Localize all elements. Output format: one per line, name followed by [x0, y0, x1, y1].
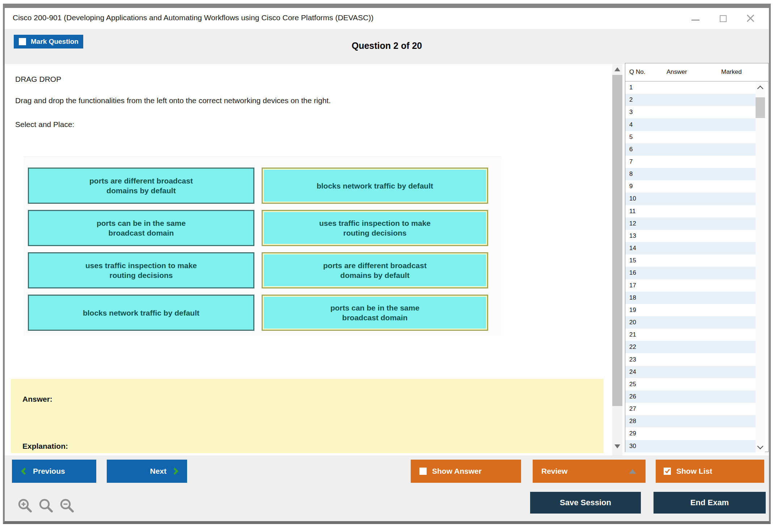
question-list-row[interactable]: 9 — [625, 180, 756, 193]
zoom-controls — [17, 498, 76, 515]
drop-target-box[interactable]: ports are different broadcast domains by… — [262, 252, 488, 288]
question-number: 12 — [629, 220, 636, 227]
question-list-row[interactable]: 21 — [625, 329, 756, 341]
question-list-row[interactable]: 8 — [625, 168, 756, 180]
show-list-button[interactable]: Show List — [656, 460, 764, 483]
next-button[interactable]: Next — [107, 460, 187, 483]
question-list-scrollbar[interactable] — [756, 81, 765, 452]
save-session-label: Save Session — [560, 498, 611, 507]
question-list-row[interactable]: 29 — [625, 427, 756, 440]
close-icon — [746, 14, 755, 23]
show-list-checkbox[interactable] — [664, 468, 671, 475]
question-list-row[interactable]: 30 — [625, 440, 756, 452]
drop-target-box[interactable]: uses traffic inspection to make routing … — [262, 210, 488, 246]
drag-source-box[interactable]: uses traffic inspection to make routing … — [28, 252, 254, 288]
content-scrollbar[interactable] — [612, 64, 622, 456]
question-list-scrollbar-thumb[interactable] — [756, 97, 765, 118]
question-list-row[interactable]: 3 — [625, 106, 756, 118]
question-number: 9 — [629, 183, 633, 190]
zoom-out-icon[interactable] — [59, 498, 76, 515]
question-number: 30 — [629, 443, 636, 450]
zoom-in-icon[interactable] — [17, 498, 34, 515]
window-title: Cisco 200-901 (Developing Applications a… — [13, 13, 373, 22]
question-number: 4 — [629, 121, 633, 128]
question-list-row[interactable]: 26 — [625, 390, 756, 403]
question-number: 11 — [629, 208, 636, 215]
question-list-row[interactable]: 15 — [625, 254, 756, 267]
question-list-row[interactable]: 1 — [625, 81, 756, 94]
select-and-place-label: Select and Place: — [15, 120, 74, 129]
drop-target-box[interactable]: ports can be in the same broadcast domai… — [262, 295, 488, 331]
question-number: 21 — [629, 331, 636, 338]
drop-target-column: blocks network traffic by default uses t… — [262, 168, 488, 331]
previous-button[interactable]: Previous — [12, 460, 96, 483]
question-list-row[interactable]: 10 — [625, 193, 756, 205]
question-number: 10 — [629, 195, 636, 202]
question-list-row[interactable]: 18 — [625, 292, 756, 304]
scroll-up-icon[interactable] — [614, 67, 620, 71]
question-instruction: Drag and drop the functionalities from t… — [15, 96, 331, 105]
check-icon — [665, 468, 670, 473]
question-list-row[interactable]: 2 — [625, 94, 756, 106]
show-answer-checkbox[interactable] — [419, 468, 427, 475]
question-list-row[interactable]: 17 — [625, 279, 756, 292]
answer-panel: Answer: Explanation: — [11, 379, 604, 453]
drag-source-box[interactable]: blocks network traffic by default — [28, 295, 254, 331]
scroll-up-icon[interactable] — [757, 86, 764, 92]
drag-source-label: blocks network traffic by default — [83, 308, 199, 318]
question-list-row[interactable]: 13 — [625, 230, 756, 242]
scroll-down-icon[interactable] — [757, 443, 764, 449]
question-list-row[interactable]: 20 — [625, 316, 756, 329]
question-number: 2 — [629, 96, 633, 104]
question-number: 29 — [629, 430, 636, 437]
chevron-left-icon — [21, 468, 28, 475]
question-list: 1 2 3 4 5 6 7 8 9 10 — [625, 81, 756, 452]
question-number: 20 — [629, 319, 636, 326]
question-list-row[interactable]: 11 — [625, 205, 756, 218]
question-list-row[interactable]: 7 — [625, 156, 756, 168]
question-list-row[interactable]: 19 — [625, 304, 756, 316]
question-list-row[interactable]: 5 — [625, 131, 756, 143]
drag-source-box[interactable]: ports are different broadcast domains by… — [28, 168, 254, 204]
scroll-down-icon[interactable] — [614, 444, 620, 448]
question-number: 16 — [629, 269, 636, 276]
end-exam-button[interactable]: End Exam — [654, 492, 766, 514]
drag-source-box[interactable]: ports can be in the same broadcast domai… — [28, 210, 254, 246]
question-type-label: DRAG DROP — [15, 75, 61, 84]
question-list-row[interactable]: 22 — [625, 341, 756, 353]
question-list-row[interactable]: 27 — [625, 403, 756, 415]
question-number: 18 — [629, 294, 636, 301]
explanation-label: Explanation: — [22, 442, 68, 451]
question-list-row[interactable]: 24 — [625, 366, 756, 378]
question-list-row[interactable]: 4 — [625, 118, 756, 131]
question-number: 26 — [629, 393, 636, 400]
show-list-label: Show List — [676, 467, 712, 476]
question-list-row[interactable]: 16 — [625, 267, 756, 279]
question-number: 25 — [629, 381, 636, 388]
content-scrollbar-thumb[interactable] — [612, 75, 622, 406]
question-list-row[interactable]: 23 — [625, 353, 756, 366]
question-list-row[interactable]: 25 — [625, 378, 756, 390]
question-list-panel: Q No. Answer Marked 1 2 3 4 5 6 7 — [625, 63, 769, 452]
answer-label: Answer: — [22, 395, 52, 404]
drop-target-label: ports can be in the same broadcast domai… — [330, 303, 419, 322]
question-number: 8 — [629, 170, 633, 178]
question-list-row[interactable]: 6 — [625, 143, 756, 156]
minimize-button[interactable] — [691, 14, 700, 23]
question-list-row[interactable]: 28 — [625, 415, 756, 427]
drop-target-label: uses traffic inspection to make routing … — [319, 218, 431, 238]
close-button[interactable] — [746, 14, 755, 23]
drop-target-box[interactable]: blocks network traffic by default — [262, 168, 488, 204]
question-list-row[interactable]: 14 — [625, 242, 756, 254]
show-answer-button[interactable]: Show Answer — [411, 460, 521, 483]
maximize-button[interactable] — [718, 14, 728, 23]
save-session-button[interactable]: Save Session — [530, 492, 641, 514]
question-list-row[interactable]: 12 — [625, 218, 756, 230]
question-number: 19 — [629, 307, 636, 314]
magnifier-icon[interactable] — [38, 498, 55, 515]
drag-source-label: ports can be in the same broadcast domai… — [97, 218, 186, 238]
review-button[interactable]: Review — [533, 460, 646, 483]
previous-label: Previous — [33, 467, 65, 476]
show-answer-label: Show Answer — [432, 467, 482, 476]
drop-target-label: blocks network traffic by default — [317, 181, 433, 191]
